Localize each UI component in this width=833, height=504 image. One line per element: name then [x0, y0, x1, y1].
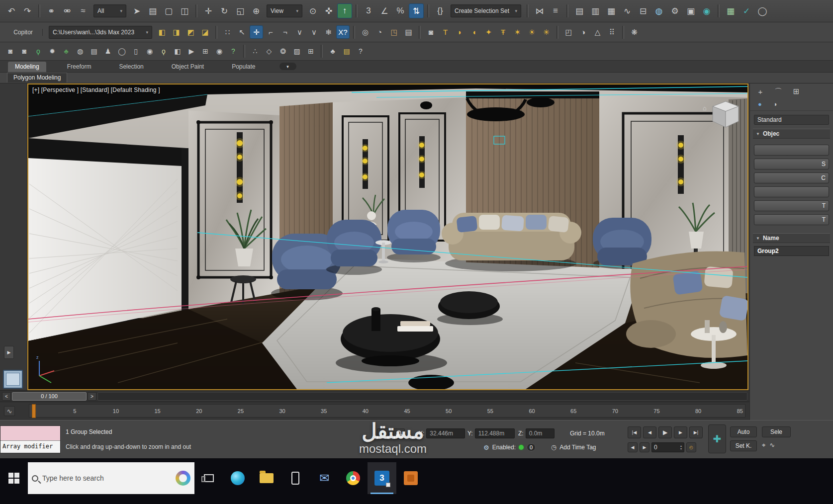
project-path-dropdown[interactable]: C:\Users\wan\...\3ds Max 2023 ▾ — [49, 26, 152, 39]
toggle-layer-explorer-icon[interactable]: ▥ — [588, 3, 603, 18]
set-key-button[interactable]: Set K. — [730, 440, 757, 451]
panel-icon[interactable]: ◧ — [171, 45, 184, 58]
sparkle-icon[interactable]: ✳ — [540, 25, 553, 39]
help-2-icon[interactable]: ? — [354, 45, 367, 58]
tab-populate[interactable]: Populate — [225, 62, 262, 72]
undo-icon[interactable]: ↶ — [4, 3, 19, 18]
normal-align-b-icon[interactable]: ∨ — [307, 25, 321, 39]
create-tab-icon[interactable]: + — [755, 86, 766, 96]
tree-icon[interactable]: ♣ — [60, 45, 73, 58]
layer-explorer-icon[interactable]: ◨ — [170, 25, 183, 39]
checker-map-icon[interactable]: ▨ — [290, 45, 303, 58]
viewport-layout-tab[interactable] — [3, 370, 23, 389]
selection-lock-toggle[interactable] — [393, 428, 405, 439]
character-orbit-icon[interactable]: ❂ — [277, 45, 289, 58]
flower-scatter-icon[interactable]: ❋ — [628, 25, 641, 39]
spinner-icon[interactable]: ▴▾ — [680, 444, 682, 450]
redo-icon[interactable]: ↷ — [20, 3, 35, 18]
previous-frame-button[interactable]: ◀ — [643, 426, 656, 438]
saved-scene-explorer-icon[interactable]: ◪ — [198, 25, 212, 39]
toggle-scene-explorer-icon[interactable]: ▤ — [572, 3, 587, 18]
object-type-button[interactable]: T — [754, 214, 829, 225]
listener-macro-line[interactable] — [0, 426, 60, 441]
listener-script-line[interactable]: Array modifier — [0, 441, 60, 453]
isolate-selection-icon[interactable]: ◎ — [359, 25, 372, 39]
light-bulb-icon[interactable]: ϙ — [32, 45, 45, 58]
gear-icon[interactable]: ⚙ — [483, 444, 489, 451]
help-icon[interactable]: ? — [227, 45, 240, 58]
normal-align-icon[interactable]: ∨ — [293, 25, 306, 39]
rectangular-selection-region-icon[interactable]: ▢ — [161, 3, 176, 18]
add-time-tag[interactable]: ◷ Add Time Tag — [551, 443, 596, 451]
cube-icon[interactable]: ◰ — [562, 25, 575, 39]
bind-to-space-warp-icon[interactable]: ≈ — [76, 3, 91, 18]
orbit-subobject-icon[interactable]: ◔ — [373, 25, 386, 39]
next-key-button[interactable]: ▶ — [640, 442, 649, 452]
align-icon[interactable]: ≡ — [548, 3, 563, 18]
snap-to-center-icon[interactable]: ✛ — [250, 25, 263, 39]
select-and-rotate-icon[interactable]: ↻ — [217, 3, 232, 18]
tee-icon[interactable]: Ŧ — [496, 25, 510, 39]
list-view-icon[interactable]: ▤ — [402, 25, 415, 39]
display-tab-icon[interactable]: ⊞ — [791, 86, 802, 96]
phone-app-button[interactable] — [281, 462, 310, 494]
sun-icon[interactable]: ☀ — [525, 25, 539, 39]
offset-mode-icon[interactable]: ⌐ — [264, 25, 278, 39]
pixel-grid-icon[interactable]: ∷ — [221, 25, 234, 39]
particle-dots-icon[interactable]: ∴ — [249, 45, 262, 58]
maxscript-mini-listener[interactable]: Array modifier — [0, 425, 61, 453]
toggle-ribbon-icon[interactable]: ▦ — [604, 3, 619, 18]
current-frame-field[interactable]: 0 ▴▾ — [651, 442, 684, 452]
geometry-category-icon[interactable]: ● — [755, 99, 765, 108]
offset-mode-b-icon[interactable]: ¬ — [278, 25, 292, 39]
edit-selection-sets-icon[interactable]: {} — [433, 3, 448, 18]
freeze-selection-icon[interactable]: ❄ — [322, 25, 335, 39]
rotate-gizmo-icon[interactable]: ◇ — [263, 45, 276, 58]
perspective-viewport[interactable]: ⌂ z [+] [Perspective ] [Standard] [Defau… — [27, 84, 748, 390]
grid-boxes-icon[interactable]: ⊞ — [304, 45, 317, 58]
snaps-toggle-icon[interactable]: 3 — [361, 3, 376, 18]
modify-tab-icon[interactable]: ⌒ — [773, 86, 784, 96]
primitive-type-dropdown[interactable]: Standard — [754, 115, 829, 125]
bulb-2-icon[interactable]: ϙ — [157, 45, 170, 58]
start-button[interactable] — [0, 462, 28, 494]
percent-snap-icon[interactable]: % — [393, 3, 408, 18]
z-coordinate-field[interactable]: 0.0m — [526, 428, 555, 438]
use-pivot-center-icon[interactable]: ⊙ — [305, 3, 320, 18]
object-name-field[interactable]: Group2 — [754, 246, 829, 256]
object-type-button[interactable]: T — [754, 200, 829, 211]
tab-object-paint[interactable]: Object Paint — [165, 62, 211, 72]
previous-frame-button[interactable]: < — [2, 392, 11, 401]
magnify-sphere-icon[interactable]: ◉ — [143, 45, 156, 58]
play-button[interactable]: ▶ — [658, 426, 672, 438]
edge-browser-button[interactable] — [223, 462, 252, 494]
container-explorer-icon[interactable]: ◩ — [184, 25, 197, 39]
select-object-icon[interactable]: ➤ — [129, 3, 144, 18]
display-toggle-icon[interactable]: X? — [336, 25, 350, 39]
environment-sphere-icon[interactable]: ◍ — [74, 45, 87, 58]
tab-polygon-modeling[interactable]: Polygon Modeling — [7, 73, 67, 83]
sphere-shaded-icon[interactable]: ◑ — [576, 25, 590, 39]
chrome-browser-button[interactable] — [339, 462, 368, 494]
go-to-end-button[interactable]: ▶| — [689, 426, 703, 438]
container-icon[interactable]: ◳ — [387, 25, 401, 39]
schematic-view-icon[interactable]: ⊟ — [636, 3, 650, 18]
x-coordinate-field[interactable]: 32.446m — [426, 428, 465, 438]
key-filters-icon[interactable]: ⌖ — [762, 441, 765, 449]
plus-button[interactable]: ✚ — [708, 424, 726, 453]
geo-star-icon[interactable]: ✦ — [482, 25, 495, 39]
keyboard-override-icon[interactable]: ↑ — [337, 3, 352, 18]
select-and-move-icon[interactable]: ✛ — [201, 3, 216, 18]
time-slider-track[interactable] — [97, 392, 747, 401]
taskbar-search[interactable] — [28, 462, 194, 494]
video-camera-2-icon[interactable]: ◙ — [18, 45, 31, 58]
render-production-icon[interactable]: ◉ — [699, 3, 714, 18]
assistant-logo-icon[interactable] — [176, 471, 190, 486]
mirror-icon[interactable]: ⋈ — [532, 3, 547, 18]
particle-array-icon[interactable]: ⠿ — [605, 25, 619, 39]
y-coordinate-field[interactable]: 112.488m — [475, 428, 515, 438]
auto-key-button[interactable]: Auto — [730, 426, 757, 437]
tab-freeform[interactable]: Freeform — [60, 62, 98, 72]
torus-icon[interactable]: ◯ — [115, 45, 128, 58]
expand-trackbar-button[interactable]: ▶ — [4, 346, 14, 359]
